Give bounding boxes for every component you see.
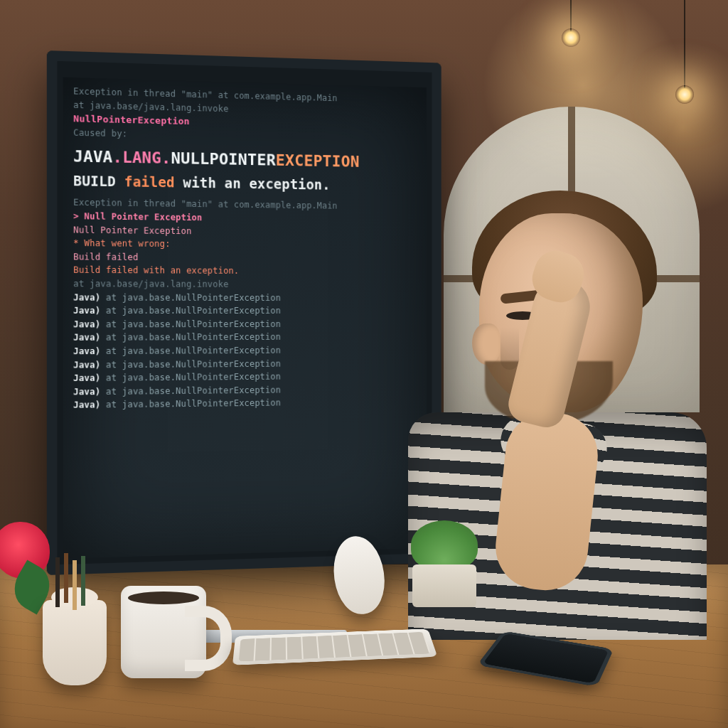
text: EXCEPTION	[276, 151, 360, 171]
terminal-output: Exception in thread "main" at com.exampl…	[63, 77, 427, 420]
plant-pot	[412, 564, 476, 607]
light-bulb-icon	[675, 85, 694, 104]
text: .LANG.	[112, 148, 171, 167]
error-line: Build failed with an exception.	[73, 264, 417, 279]
stack-trace-line: Java) at java.base.NullPointerException	[73, 318, 417, 331]
stack-trace: Java) at java.base.NullPointerExceptionJ…	[73, 291, 417, 412]
pencil-cup	[43, 600, 107, 685]
scene-root: 144 ▌▌▌145 ▌▌▌146 ▌▌▌147 ▌▌▌148 ▌▌▌149 ▌…	[0, 0, 728, 728]
error-subheadline: BUILD failed with an exception.	[73, 171, 417, 197]
succulent	[411, 520, 478, 570]
log-line: at java.base/java.lang.invoke	[73, 277, 417, 291]
stack-trace-line: Java) at java.base.NullPointerException	[73, 395, 417, 412]
succulent-plant	[398, 522, 483, 607]
coffee-mug	[121, 586, 206, 678]
text: BUILD	[73, 173, 124, 190]
monitor: Exception in thread "main" at com.exampl…	[47, 50, 441, 575]
ear	[472, 323, 500, 365]
terminal-screen: Exception in thread "main" at com.exampl…	[63, 77, 427, 559]
light-bulb-icon	[562, 28, 580, 47]
pencils	[55, 557, 60, 607]
text: failed	[124, 173, 183, 191]
stack-trace-line: Java) at java.base.NullPointerException	[73, 304, 417, 318]
light-cord	[570, 0, 572, 31]
stack-trace-line: Java) at java.base.NullPointerException	[73, 291, 417, 304]
stack-trace-line: Java) at java.base.NullPointerException	[73, 331, 417, 345]
text: NULL	[171, 149, 209, 168]
text: POINTER	[210, 150, 276, 169]
text: with an exception.	[183, 174, 330, 192]
error-headline: JAVA.LANG.NULLPOINTEREXCEPTION	[73, 144, 417, 175]
text: JAVA	[73, 147, 112, 166]
light-cord	[684, 0, 685, 88]
